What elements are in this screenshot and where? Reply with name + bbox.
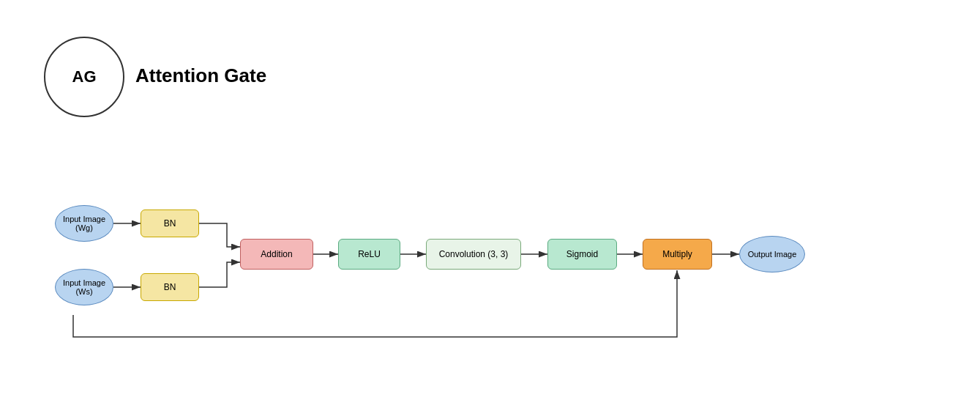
input-ws-label: Input Image (Ws) [63,278,105,296]
input-ws-node: Input Image (Ws) [55,269,113,305]
sigmoid-label: Sigmoid [566,249,598,259]
conv-label: Convolution (3, 3) [439,249,509,259]
legend-circle: AG [44,37,124,117]
input-wg-label: Input Image (Wg) [63,215,105,232]
output-label: Output Image [748,250,797,259]
output-node: Output Image [739,236,805,272]
diagram-container: AG Attention Gate Input Image [0,0,980,408]
bn-top-node: BN [141,209,199,237]
relu-label: ReLU [358,249,381,259]
multiply-label: Multiply [662,249,692,259]
addition-label: Addition [261,249,292,259]
addition-node: Addition [240,239,313,270]
relu-node: ReLU [338,239,400,270]
bn-bottom-node: BN [141,273,199,301]
legend-ag-text: AG [72,67,97,86]
sigmoid-node: Sigmoid [547,239,617,270]
multiply-node: Multiply [643,239,712,270]
arrows-svg [0,0,980,408]
legend-title: Attention Gate [135,64,266,87]
bn-bottom-label: BN [164,282,176,292]
input-wg-node: Input Image (Wg) [55,205,113,242]
conv-node: Convolution (3, 3) [426,239,521,270]
bn-top-label: BN [164,218,176,229]
